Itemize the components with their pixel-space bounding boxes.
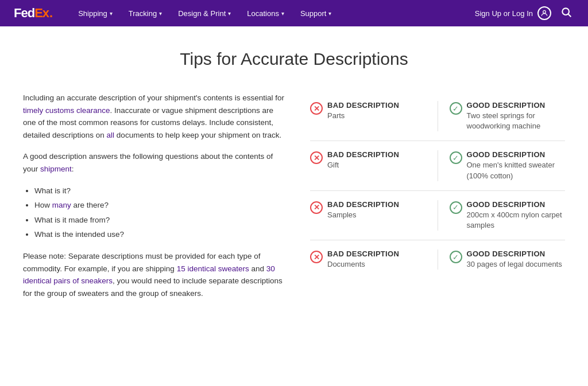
bad-text-2: BAD DESCRIPTION Gift (327, 150, 399, 170)
nav-tracking[interactable]: Tracking ▾ (122, 0, 169, 26)
chevron-down-icon: ▾ (281, 10, 284, 17)
good-cell-2: ✓ GOOD DESCRIPTION One men's knitted swe… (438, 150, 566, 181)
nav-locations[interactable]: Locations ▾ (240, 0, 291, 26)
bad-icon-3: ✕ (310, 201, 323, 214)
bad-text-1: BAD DESCRIPTION Parts (327, 101, 399, 121)
logo-dot: . (49, 6, 53, 21)
bullet-item: What is it made from? (34, 214, 287, 227)
good-text-1: GOOD DESCRIPTION Two steel springs for w… (467, 101, 566, 131)
chevron-down-icon: ▾ (159, 10, 162, 17)
sign-in-button[interactable]: Sign Up or Log In (475, 6, 551, 20)
sign-in-label: Sign Up or Log In (475, 9, 533, 18)
timely-customs-link[interactable]: timely customs clearance (23, 106, 110, 115)
chevron-down-icon: ▾ (228, 10, 231, 17)
comparison-row-1: ✕ BAD DESCRIPTION Parts ✓ GOOD DESCRIPTI… (310, 92, 565, 141)
bullet-item: What is the intended use? (34, 228, 287, 241)
bad-text-4: BAD DESCRIPTION Documents (327, 249, 399, 270)
comparison-row-3: ✕ BAD DESCRIPTION Samples ✓ GOOD DESCRIP… (310, 191, 565, 240)
bad-icon-4: ✕ (310, 251, 323, 263)
good-desc-para: A good description answers the following… (23, 150, 287, 175)
svg-line-2 (568, 14, 571, 17)
bad-cell-1: ✕ BAD DESCRIPTION Parts (310, 101, 438, 121)
good-text-4: GOOD DESCRIPTION 30 pages of legal docum… (467, 249, 562, 270)
main-nav: Shipping ▾ Tracking ▾ Design & Print ▾ L… (71, 0, 475, 26)
bad-cell-4: ✕ BAD DESCRIPTION Documents (310, 249, 438, 270)
nav-support[interactable]: Support ▾ (293, 0, 339, 26)
good-cell-4: ✓ GOOD DESCRIPTION 30 pages of legal doc… (438, 249, 566, 270)
comparison-row-4: ✕ BAD DESCRIPTION Documents ✓ GOOD DESCR… (310, 240, 565, 279)
search-button[interactable] (558, 4, 574, 23)
content-grid: Including an accurate description of you… (23, 92, 565, 309)
header-actions: Sign Up or Log In (475, 4, 574, 23)
shipment-link: shipment (40, 165, 72, 173)
bullet-item: What is it? (34, 185, 287, 197)
site-header: FedEx . Shipping ▾ Tracking ▾ Design & P… (0, 0, 588, 26)
svg-point-0 (543, 10, 546, 13)
all-link: all (107, 131, 115, 139)
good-text-3: GOOD DESCRIPTION 200cm x 400cm nylon car… (467, 200, 566, 231)
svg-point-1 (562, 8, 569, 15)
good-text-2: GOOD DESCRIPTION One men's knitted sweat… (467, 150, 566, 181)
comparison-row-2: ✕ BAD DESCRIPTION Gift ✓ GOOD DESCRIPTIO… (310, 141, 565, 190)
good-cell-1: ✓ GOOD DESCRIPTION Two steel springs for… (438, 101, 566, 131)
user-icon (537, 6, 551, 20)
good-icon-2: ✓ (450, 151, 462, 164)
good-cell-3: ✓ GOOD DESCRIPTION 200cm x 400cm nylon c… (438, 200, 566, 231)
logo[interactable]: FedEx . (14, 6, 53, 21)
chevron-down-icon: ▾ (110, 10, 113, 17)
good-icon-3: ✓ (450, 201, 462, 214)
note-para: Please note: Separate descriptions must … (23, 250, 287, 299)
intro-para: Including an accurate description of you… (23, 92, 287, 141)
bullet-list: What is it? How many are there? What is … (34, 185, 287, 241)
main-content: Tips for Accurate Descriptions Including… (0, 26, 588, 343)
bad-cell-3: ✕ BAD DESCRIPTION Samples (310, 200, 438, 220)
left-column: Including an accurate description of you… (23, 92, 287, 309)
good-icon-4: ✓ (450, 251, 462, 263)
logo-ex: Ex (34, 6, 49, 20)
nav-design-print[interactable]: Design & Print ▾ (171, 0, 238, 26)
chevron-down-icon: ▾ (328, 10, 331, 17)
nav-shipping[interactable]: Shipping ▾ (71, 0, 119, 26)
bullet-item: How many are there? (34, 199, 287, 212)
right-column: ✕ BAD DESCRIPTION Parts ✓ GOOD DESCRIPTI… (310, 92, 565, 309)
bad-icon-2: ✕ (310, 151, 323, 164)
logo-fed: Fed (14, 6, 34, 20)
good-icon-1: ✓ (450, 102, 462, 115)
page-title: Tips for Accurate Descriptions (23, 49, 565, 69)
bad-icon-1: ✕ (310, 102, 323, 115)
bad-cell-2: ✕ BAD DESCRIPTION Gift (310, 150, 438, 170)
bad-text-3: BAD DESCRIPTION Samples (327, 200, 399, 220)
